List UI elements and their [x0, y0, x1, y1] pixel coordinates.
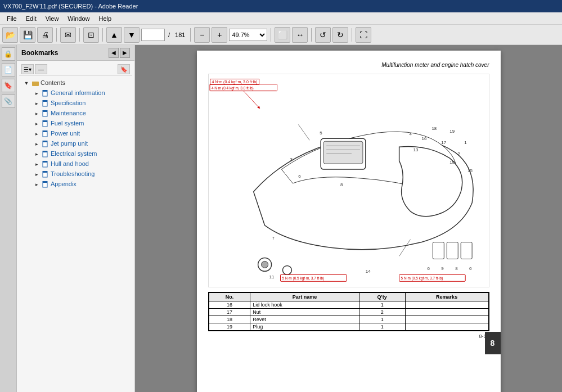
bookmark-tree: ▼ Contents ▸: [19, 78, 132, 189]
tree-label-power: Power unit: [51, 129, 80, 137]
toggle-power[interactable]: ▸: [33, 130, 41, 138]
hand-tool-button[interactable]: 🔒: [2, 47, 15, 61]
tree-item-maintenance-row[interactable]: ▸ Maintenance: [32, 109, 132, 118]
toggle-appendix[interactable]: ▸: [33, 181, 41, 188]
page-separator: /: [167, 31, 172, 38]
doc-icon-maintenance: [42, 110, 50, 118]
fullscreen-button[interactable]: ⛶: [356, 27, 371, 43]
table-cell: Nut: [250, 309, 359, 316]
tree-children-contents: ▸ General information ▸: [21, 88, 132, 189]
bookmark-search-button[interactable]: —: [35, 64, 47, 74]
separator-5: [271, 28, 271, 42]
table-cell: 16: [209, 301, 250, 309]
tree-item-hull: ▸ Hull and hood: [32, 159, 132, 169]
rotate-forward-button[interactable]: ↻: [332, 27, 348, 43]
bookmark-add-button[interactable]: 🔖: [118, 64, 130, 74]
folder-icon: [32, 79, 39, 87]
tree-item-power-row[interactable]: ▸ Power unit: [32, 129, 132, 138]
menu-view[interactable]: View: [41, 14, 64, 23]
bookmark-options-button[interactable]: ☰▾: [21, 64, 34, 74]
sidebar-prev-button[interactable]: ◀: [109, 48, 119, 58]
toggle-maintenance[interactable]: ▸: [33, 110, 41, 118]
bookmark-tool-button[interactable]: 📎: [2, 94, 15, 108]
toggle-jetpump[interactable]: ▸: [33, 140, 41, 148]
toggle-trouble[interactable]: ▸: [33, 170, 41, 178]
tree-item-general-row[interactable]: ▸ General information: [32, 88, 132, 98]
toggle-specification[interactable]: ▸: [33, 100, 41, 107]
zoom-fit-button[interactable]: ⊡: [83, 27, 99, 43]
open-button[interactable]: 📂: [2, 27, 18, 43]
table-cell: [405, 301, 488, 309]
table-row: 18Revet1: [209, 316, 488, 323]
toggle-contents[interactable]: ▼: [23, 79, 30, 87]
next-page-button[interactable]: ▼: [124, 27, 140, 43]
prev-page-button[interactable]: ▲: [106, 27, 122, 43]
print-button[interactable]: 🖨: [37, 27, 53, 43]
menu-help[interactable]: Help: [94, 14, 116, 23]
table-cell: 2: [359, 309, 405, 316]
tree-label-jetpump: Jet pump unit: [51, 139, 88, 147]
tree-item-appendix: ▸ Appendix: [32, 179, 132, 189]
tree-label-general: General information: [51, 89, 105, 97]
table-cell: 1: [359, 316, 405, 323]
rotate-back-button[interactable]: ↺: [315, 27, 331, 43]
tree-item-contents: ▼ Contents ▸: [21, 78, 132, 189]
svg-rect-5: [43, 100, 47, 102]
menu-edit[interactable]: Edit: [21, 14, 41, 23]
tree-item-contents-row[interactable]: ▼ Contents: [21, 78, 132, 88]
table-cell: [405, 309, 488, 316]
col-header-no: No.: [209, 293, 250, 301]
svg-rect-13: [43, 141, 47, 142]
save-button[interactable]: 💾: [20, 27, 35, 43]
torque-label-1: 4 N·m (0.4 kgf·m, 3.0 ft·lb): [210, 79, 260, 85]
svg-text:16: 16: [421, 136, 426, 141]
page-number-input[interactable]: 153: [141, 29, 165, 41]
svg-text:11: 11: [269, 274, 274, 280]
menu-file[interactable]: File: [2, 14, 21, 23]
toggle-electrical[interactable]: ▸: [33, 150, 41, 158]
tree-item-appendix-row[interactable]: ▸ Appendix: [32, 179, 132, 189]
tree-item-electrical-row[interactable]: ▸ Electrical system: [32, 149, 132, 159]
tree-item-trouble-row[interactable]: ▸ Troubleshooting: [32, 169, 132, 179]
tree-item-specification-row[interactable]: ▸ Specification: [32, 98, 132, 108]
tree-item-hull-row[interactable]: ▸ Hull and hood: [32, 159, 132, 169]
doc-icon-appendix: [42, 181, 50, 188]
svg-rect-9: [43, 120, 47, 122]
svg-rect-47: [447, 242, 458, 259]
bookmark-toolbar: ☰▾ — 🔖: [19, 63, 132, 76]
zoom-out-button[interactable]: −: [194, 27, 210, 43]
toggle-general[interactable]: ▸: [33, 89, 41, 97]
tree-item-specification: ▸ Specification: [32, 98, 132, 108]
doc-icon-hull: [42, 160, 50, 168]
pdf-page: Multifunction meter and engine hatch cov…: [197, 51, 501, 392]
pdf-viewer[interactable]: Multifunction meter and engine hatch cov…: [135, 45, 562, 392]
zoom-tool-button[interactable]: 🔖: [2, 79, 15, 92]
bookmarks-panel: ☰▾ — 🔖 ▼ Contents: [17, 61, 134, 392]
sidebar: Bookmarks ◀ ▶ ☰▾ — 🔖 ▼: [17, 45, 135, 392]
svg-text:4 N·m (0.4 kgf·m, 3.0 ft·lb): 4 N·m (0.4 kgf·m, 3.0 ft·lb): [211, 86, 253, 91]
svg-rect-7: [43, 110, 47, 112]
tree-item-fuel-row[interactable]: ▸ Fuel system: [32, 119, 132, 128]
zoom-in-button[interactable]: +: [212, 27, 227, 43]
toggle-hull[interactable]: ▸: [33, 160, 41, 168]
doc-icon-specification: [42, 100, 50, 107]
tree-item-electrical: ▸ Electrical system: [32, 149, 132, 159]
doc-icon-electrical: [42, 150, 50, 158]
svg-text:7: 7: [272, 236, 275, 241]
menu-window[interactable]: Window: [63, 14, 94, 23]
tree-item-jetpump-row[interactable]: ▸ Jet pump unit: [32, 139, 132, 148]
separator-3: [102, 28, 103, 42]
email-button[interactable]: ✉: [60, 27, 76, 43]
fit-width-button[interactable]: ↔: [292, 27, 308, 43]
svg-text:8: 8: [340, 182, 343, 187]
separator-6: [311, 28, 312, 42]
tree-item-trouble: ▸ Troubleshooting: [32, 169, 132, 179]
sidebar-nav-buttons: ◀ ▶: [109, 48, 130, 58]
toggle-fuel[interactable]: ▸: [33, 120, 41, 128]
tree-label-fuel: Fuel system: [51, 119, 84, 127]
fit-page-button[interactable]: ⬜: [275, 27, 290, 43]
zoom-select[interactable]: 49.7%50%75%100%125%150%: [229, 29, 267, 41]
tree-label-maintenance: Maintenance: [51, 109, 86, 117]
select-tool-button[interactable]: 📄: [2, 63, 15, 76]
sidebar-next-button[interactable]: ▶: [120, 48, 130, 58]
